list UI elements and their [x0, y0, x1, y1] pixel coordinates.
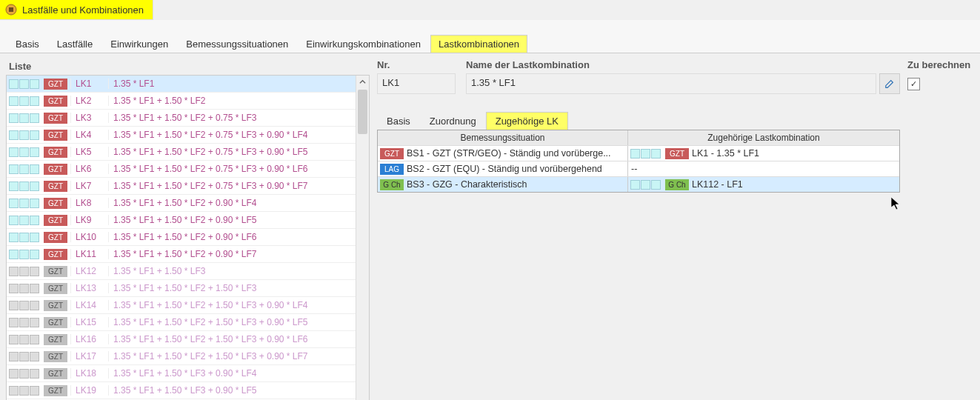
badge-gzt: GZT	[380, 148, 404, 159]
lk-id: LK17	[70, 351, 109, 361]
lk-formula: 1.35 * LF1 + 1.50 * LF2 + 0.75 * LF3 + 0…	[109, 181, 356, 191]
badge-gzt: GZT	[44, 249, 67, 260]
window-title: Lastfälle und Kombinationen	[0, 0, 153, 20]
lk-formula: 1.35 * LF1 + 1.50 * LF2 + 0.90 * LF4	[109, 198, 356, 208]
lk-formula: 1.35 * LF1 + 1.50 * LF2 + 1.50 * LF3 + 0…	[109, 334, 356, 344]
badge-gzt: GZT	[44, 96, 67, 107]
lk-id: LK14	[70, 300, 109, 310]
subtab-zugehörige-lk[interactable]: Zugehörige LK	[486, 112, 568, 130]
grid-row[interactable]: G ChBS3 - GZG - CharakteristischG ChLK11…	[378, 176, 899, 192]
lk-id: LK19	[70, 385, 109, 396]
list-scrollbar[interactable]	[356, 76, 369, 400]
lk-id: LK18	[70, 368, 109, 379]
list-row[interactable]: GZTLK141.35 * LF1 + 1.50 * LF2 + 1.50 * …	[7, 297, 356, 314]
badge-gzt: GZT	[44, 300, 67, 311]
name-field[interactable]: 1.35 * LF1	[466, 73, 876, 94]
list-header: Liste	[6, 59, 370, 75]
badge-gzt: GZT	[44, 283, 67, 294]
list-row[interactable]: GZTLK71.35 * LF1 + 1.50 * LF2 + 0.75 * L…	[7, 178, 356, 195]
badge-gzt: GZT	[44, 164, 67, 175]
lk-id: LK12	[70, 266, 109, 276]
list-row[interactable]: GZTLK151.35 * LF1 + 1.50 * LF2 + 1.50 * …	[7, 314, 356, 331]
lk-formula: 1.35 * LF1 + 1.50 * LF2 + 1.50 * LF3 + 0…	[109, 300, 356, 310]
list-row[interactable]: GZTLK91.35 * LF1 + 1.50 * LF2 + 0.90 * L…	[7, 212, 356, 229]
list-row[interactable]: GZTLK31.35 * LF1 + 1.50 * LF2 + 0.75 * L…	[7, 110, 356, 127]
grid-row[interactable]: LAGBS2 - GZT (EQU) - Ständig und vorüber…	[378, 161, 899, 176]
calc-checkbox[interactable]: ✓	[907, 78, 920, 90]
list-row[interactable]: GZTLK131.35 * LF1 + 1.50 * LF2 + 1.50 * …	[7, 280, 356, 297]
lk-id: LK10	[70, 232, 109, 242]
name-label: Name der Lastkombination	[466, 59, 900, 70]
list-box: GZTLK11.35 * LF1GZTLK21.35 * LF1 + 1.50 …	[6, 75, 370, 400]
situation-text: BS1 - GZT (STR/GEO) - Ständig und vorübe…	[404, 148, 611, 159]
badge-gzt: GZT	[44, 147, 67, 158]
grid-header-situation: Bemessungssituation	[378, 130, 628, 145]
badge-gzt: GZT	[44, 113, 67, 124]
list-row[interactable]: GZTLK61.35 * LF1 + 1.50 * LF2 + 0.75 * L…	[7, 161, 356, 178]
lk-formula: 1.35 * LF1 + 1.50 * LF2 + 1.50 * LF3	[109, 283, 356, 293]
list-row[interactable]: GZTLK41.35 * LF1 + 1.50 * LF2 + 0.75 * L…	[7, 127, 356, 144]
badge-gzt: GZT	[44, 130, 67, 141]
lk-formula: 1.35 * LF1 + 1.50 * LF2 + 1.50 * LF3 + 0…	[109, 351, 356, 361]
badge-gch: G Ch	[665, 179, 689, 190]
lk-id: LK5	[70, 147, 109, 157]
lk-id: LK3	[70, 113, 109, 123]
badge-gzt: GZT	[44, 215, 67, 226]
lk-formula: 1.35 * LF1 + 1.50 * LF2 + 0.90 * LF5	[109, 215, 356, 225]
grid-row[interactable]: GZTBS1 - GZT (STR/GEO) - Ständig und vor…	[378, 145, 899, 161]
list-row[interactable]: GZTLK21.35 * LF1 + 1.50 * LF2	[7, 93, 356, 110]
tab-einwirkungskombinationen[interactable]: Einwirkungskombinationen	[298, 35, 429, 53]
list-row[interactable]: GZTLK101.35 * LF1 + 1.50 * LF2 + 0.90 * …	[7, 229, 356, 246]
combination-text: --	[628, 164, 637, 174]
tab-lastfälle[interactable]: Lastfälle	[49, 35, 101, 53]
badge-gzt: GZT	[44, 368, 67, 379]
badge-gzt: GZT	[44, 79, 67, 90]
badge-gzt: GZT	[44, 181, 67, 192]
lk-id: LK4	[70, 130, 109, 140]
lk-id: LK6	[70, 164, 109, 174]
subtab-zuordnung[interactable]: Zuordnung	[420, 112, 486, 130]
list-row[interactable]: GZTLK51.35 * LF1 + 1.50 * LF2 + 0.75 * L…	[7, 144, 356, 161]
calc-label: Zu berechnen	[907, 59, 974, 70]
lk-id: LK2	[70, 96, 109, 106]
lk-id: LK9	[70, 215, 109, 225]
combination-text: LK112 - LF1	[689, 179, 743, 190]
edit-name-button[interactable]	[879, 73, 900, 94]
badge-gch: G Ch	[380, 179, 404, 190]
lk-id: LK13	[70, 283, 109, 293]
combination-text: LK1 - 1.35 * LF1	[689, 148, 759, 159]
main-tabstrip: BasisLastfälleEinwirkungenBemessungssitu…	[0, 33, 980, 53]
lk-formula: 1.35 * LF1 + 1.50 * LF2 + 0.75 * LF3 + 0…	[109, 147, 356, 157]
lk-id: LK8	[70, 198, 109, 208]
tab-lastkombinationen[interactable]: Lastkombinationen	[430, 35, 527, 53]
subtab-basis[interactable]: Basis	[377, 112, 420, 130]
tab-basis[interactable]: Basis	[7, 35, 47, 53]
lk-formula: 1.35 * LF1 + 1.50 * LF2 + 1.50 * LF3 + 0…	[109, 317, 356, 327]
list-row[interactable]: GZTLK11.35 * LF1	[7, 76, 356, 93]
list-row[interactable]: GZTLK121.35 * LF1 + 1.50 * LF3	[7, 263, 356, 280]
list-row[interactable]: GZTLK161.35 * LF1 + 1.50 * LF2 + 1.50 * …	[7, 331, 356, 348]
lk-id: LK7	[70, 181, 109, 191]
list-row[interactable]: GZTLK81.35 * LF1 + 1.50 * LF2 + 0.90 * L…	[7, 195, 356, 212]
sub-tabstrip: BasisZuordnungZugehörige LK	[377, 110, 900, 130]
nr-field[interactable]: LK1	[377, 73, 456, 94]
list-row[interactable]: GZTLK181.35 * LF1 + 1.50 * LF3 + 0.90 * …	[7, 365, 356, 382]
lk-formula: 1.35 * LF1 + 1.50 * LF3 + 0.90 * LF4	[109, 368, 356, 379]
lk-formula: 1.35 * LF1 + 1.50 * LF2 + 0.90 * LF7	[109, 249, 356, 259]
list-row[interactable]: GZTLK171.35 * LF1 + 1.50 * LF2 + 1.50 * …	[7, 348, 356, 365]
tab-bemessungssituationen[interactable]: Bemessungssituationen	[178, 35, 296, 53]
tab-einwirkungen[interactable]: Einwirkungen	[102, 35, 176, 53]
lk-formula: 1.35 * LF1	[109, 79, 356, 89]
badge-gzt: GZT	[44, 198, 67, 209]
badge-gzt: GZT	[44, 351, 67, 362]
scroll-up-icon[interactable]	[356, 76, 369, 88]
lk-id: LK15	[70, 317, 109, 327]
nr-label: Nr.	[377, 59, 456, 70]
situation-text: BS2 - GZT (EQU) - Ständig und vorübergeh…	[404, 164, 602, 174]
list-row[interactable]: GZTLK191.35 * LF1 + 1.50 * LF3 + 0.90 * …	[7, 382, 356, 399]
lk-formula: 1.35 * LF1 + 1.50 * LF3 + 0.90 * LF5	[109, 385, 356, 396]
grid-header-combination: Zugehörige Lastkombination	[628, 130, 899, 145]
svg-rect-1	[9, 7, 13, 12]
list-row[interactable]: GZTLK111.35 * LF1 + 1.50 * LF2 + 0.90 * …	[7, 246, 356, 263]
scroll-thumb[interactable]	[358, 90, 367, 134]
